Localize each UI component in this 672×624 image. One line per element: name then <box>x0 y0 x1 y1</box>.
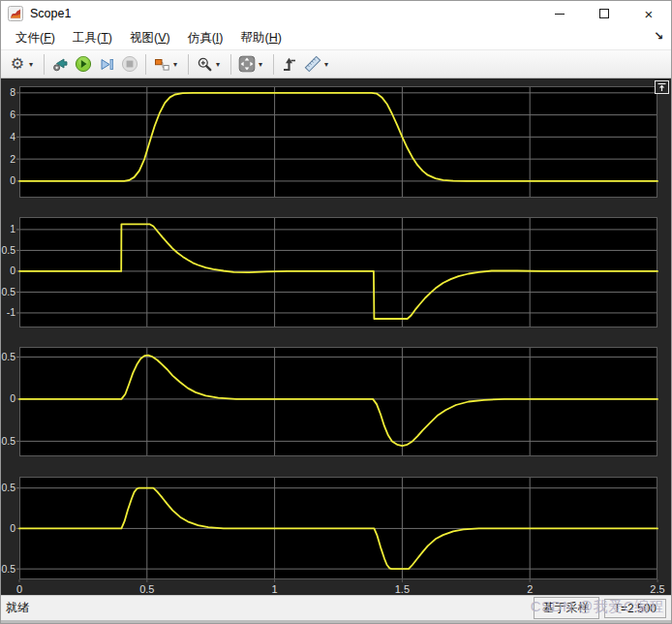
zoom-button[interactable] <box>193 52 216 76</box>
x-tick-label: 2.5 <box>650 583 664 595</box>
y-tick-label: 0.5 <box>1 244 15 256</box>
signal-selector-icon <box>154 56 170 73</box>
signal-selector-button[interactable] <box>150 52 173 76</box>
status-sim-time: T=2.500 <box>604 599 666 618</box>
zoom-dropdown-caret[interactable]: ▾ <box>216 60 227 69</box>
x-tick-label: 2 <box>527 583 533 595</box>
ruler-icon <box>304 55 321 73</box>
trigger-icon <box>282 56 298 73</box>
menu-simulation[interactable]: 仿真(I) <box>179 27 232 49</box>
y-tick-label: 1 <box>10 223 15 234</box>
step-back-icon <box>52 56 69 73</box>
toolbar-separator <box>188 54 189 75</box>
cursor-measurements-button[interactable] <box>301 52 324 76</box>
cursor-measurements-dropdown-caret[interactable]: ▾ <box>324 60 335 69</box>
simulink-icon <box>8 6 23 21</box>
menu-help[interactable]: 帮助(H) <box>231 27 290 49</box>
minimize-button[interactable] <box>537 1 582 26</box>
status-sample-mode: 基于采样 <box>534 597 599 619</box>
x-axis-labels: 00.511.522.5 <box>1 579 672 595</box>
step-back-button[interactable] <box>48 52 72 76</box>
scope-plot-1: 86420 <box>1 86 671 198</box>
x-tick-label: 0.5 <box>139 583 154 595</box>
menu-file-mnemonic: F <box>44 31 51 45</box>
fit-to-view-dropdown-caret[interactable]: ▾ <box>259 60 269 69</box>
y-tick-label: -0.5 <box>1 435 15 447</box>
menu-tools[interactable]: 工具(T) <box>64 27 121 49</box>
settings-dropdown-caret[interactable]: ▾ <box>29 60 40 69</box>
toolbar-separator <box>230 54 231 75</box>
scope-plot-3: 0.50-0.5 <box>1 347 671 456</box>
close-icon: × <box>645 7 654 21</box>
signal-selector-dropdown-caret[interactable]: ▾ <box>173 60 184 69</box>
minimize-icon <box>555 14 565 15</box>
menu-view[interactable]: 视图(V) <box>121 27 179 49</box>
step-forward-button[interactable] <box>95 52 118 76</box>
step-forward-icon <box>99 56 115 73</box>
zoom-in-icon <box>197 56 213 73</box>
maximize-button[interactable] <box>582 1 626 26</box>
scope-panel-toggle-button[interactable] <box>655 80 669 94</box>
scope-window: Scope1 × 文件(F)工具(T)视图(V)仿真(I)帮助(H) ↘ ⚙ ▾ <box>0 0 672 624</box>
trigger-button[interactable] <box>278 52 301 76</box>
menu-view-mnemonic: V <box>158 31 166 45</box>
title-bar: Scope1 × <box>1 1 671 26</box>
gear-icon: ⚙ <box>11 56 24 72</box>
fit-to-view-button[interactable] <box>235 52 259 76</box>
arrow-up-icon <box>657 82 667 92</box>
menu-items: 文件(F)工具(T)视图(V)仿真(I)帮助(H) <box>7 27 290 49</box>
y-tick-label: 0 <box>10 392 15 404</box>
status-bar: 就绪 基于采样 T=2.500 <box>1 595 671 620</box>
y-tick-label: 0 <box>10 174 15 186</box>
y-tick-label: 0 <box>10 522 15 534</box>
scope-canvas: 8642010.50-0.5-10.50-0.50.50-0.500.511.5… <box>1 78 671 595</box>
menu-file[interactable]: 文件(F) <box>7 27 64 49</box>
window-title: Scope1 <box>30 7 71 20</box>
y-tick-label: 0 <box>10 265 15 276</box>
toolbar-separator <box>273 54 274 75</box>
menu-tools-mnemonic: T <box>101 31 108 45</box>
toolbar-separator <box>44 54 45 75</box>
y-tick-label: -1 <box>7 306 15 318</box>
fit-to-view-icon <box>238 55 256 73</box>
run-button[interactable] <box>72 52 95 76</box>
y-tick-label: -0.5 <box>1 286 15 297</box>
x-tick-label: 0 <box>16 583 22 595</box>
y-tick-label: -0.5 <box>1 563 15 575</box>
status-ready-text: 就绪 <box>6 600 29 616</box>
scope-plot-2: 10.50-0.5-1 <box>1 217 671 328</box>
y-tick-label: 0.5 <box>1 351 15 362</box>
menu-bar: 文件(F)工具(T)视图(V)仿真(I)帮助(H) ↘ <box>1 26 671 49</box>
scope-plot-4: 0.50-0.5 <box>1 477 671 579</box>
toolbar: ⚙ ▾ <box>1 49 671 78</box>
toolbar-separator <box>145 54 146 75</box>
settings-button[interactable]: ⚙ <box>6 52 29 76</box>
stop-button[interactable] <box>118 52 141 76</box>
dock-arrow-icon[interactable]: ↘ <box>654 29 663 43</box>
y-tick-label: 6 <box>10 109 15 120</box>
y-tick-label: 0.5 <box>1 482 15 493</box>
scope-plots: 8642010.50-0.5-10.50-0.50.50-0.500.511.5… <box>1 86 671 595</box>
stop-icon <box>121 55 138 73</box>
menu-simulation-mnemonic: I <box>216 31 219 45</box>
window-bottom-edge <box>1 620 671 623</box>
y-tick-label: 8 <box>10 86 15 98</box>
window-controls: × <box>537 1 671 26</box>
menu-help-mnemonic: H <box>269 31 278 45</box>
y-tick-label: 4 <box>10 131 15 142</box>
close-button[interactable]: × <box>626 1 671 26</box>
maximize-icon <box>599 9 609 18</box>
y-tick-label: 2 <box>10 153 15 165</box>
x-tick-label: 1 <box>272 583 278 595</box>
run-icon <box>75 55 92 73</box>
x-tick-label: 1.5 <box>395 583 410 595</box>
